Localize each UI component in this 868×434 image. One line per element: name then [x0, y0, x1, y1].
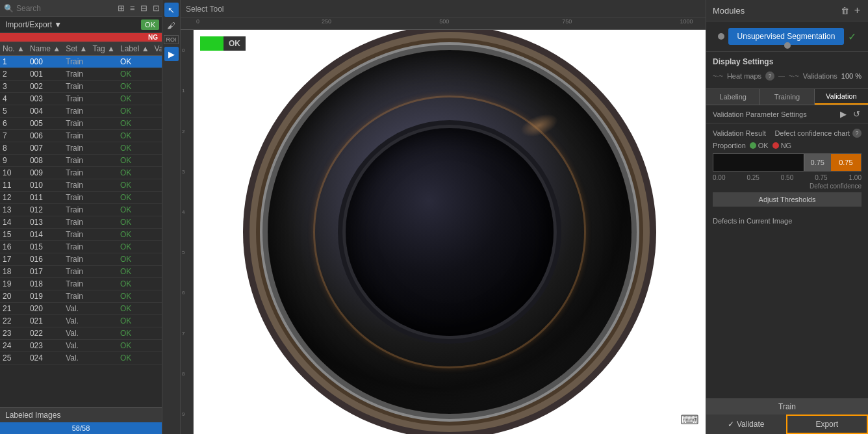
cell-set: Val.	[63, 340, 90, 352]
table-row[interactable]: 6 005 Train OK	[0, 118, 162, 130]
ruler-v-7: 7	[182, 330, 185, 336]
cell-name: 005	[27, 118, 63, 130]
tab-validation[interactable]: Validation	[815, 89, 868, 105]
ruler-h-750: 750	[562, 18, 572, 25]
cell-no: 25	[0, 352, 27, 364]
cell-name: 011	[27, 192, 63, 204]
table-row[interactable]: 5 004 Train OK	[0, 105, 162, 118]
tab-labeling[interactable]: Labeling	[706, 89, 760, 105]
export-button[interactable]: Export	[786, 415, 869, 434]
cell-set: Val.	[63, 352, 90, 364]
cell-label: OK	[118, 142, 152, 155]
play-param-button[interactable]: ▶	[839, 108, 848, 120]
cell-tag	[90, 192, 118, 204]
search-input[interactable]	[16, 4, 114, 13]
tabs-row: Labeling Training Validation	[706, 89, 868, 105]
cell-name: 018	[27, 278, 63, 290]
table-row[interactable]: 7 006 Train OK	[0, 130, 162, 142]
table-row[interactable]: 21 020 Val. OK	[0, 303, 162, 315]
list-icon[interactable]: ≡	[129, 3, 136, 14]
table-row[interactable]: 11 010 Train OK	[0, 179, 162, 192]
table-row[interactable]: 22 021 Val. OK	[0, 315, 162, 327]
export-icon[interactable]: ⊡	[151, 3, 161, 14]
table-row[interactable]: 14 013 Train OK	[0, 216, 162, 229]
reset-param-button[interactable]: ↺	[852, 108, 862, 120]
table-row[interactable]: 10 009 Train OK	[0, 167, 162, 179]
cell-no: 24	[0, 340, 27, 352]
cell-no: 22	[0, 315, 27, 327]
cell-tag	[90, 216, 118, 229]
import-export-button[interactable]: Import/Export ▼	[0, 17, 162, 32]
cell-val	[152, 327, 162, 340]
delete-module-button[interactable]: 🗑	[839, 4, 850, 17]
roi-label[interactable]: ROI	[164, 35, 178, 44]
ng-legend: NG	[772, 142, 792, 149]
cell-tag	[90, 155, 118, 167]
move-tool-button[interactable]: ▶	[164, 47, 179, 61]
cell-label: OK	[118, 105, 152, 118]
cell-set: Train	[63, 130, 90, 142]
table-row[interactable]: 1 000 Train OK	[0, 56, 162, 68]
table-row[interactable]: 25 024 Val. OK	[0, 352, 162, 364]
scale-100: 1.00	[849, 174, 862, 181]
heat-maps-row: ~·~ Heat maps ? ~·~ Validations 100 %	[713, 71, 862, 81]
cell-name: 003	[27, 93, 63, 105]
cell-name: 012	[27, 204, 63, 216]
validate-label: Validate	[737, 420, 764, 429]
table-row[interactable]: 17 016 Train OK	[0, 253, 162, 266]
cell-label: OK	[118, 278, 152, 290]
cell-set: Train	[63, 241, 90, 253]
validations-label: Validations	[803, 72, 837, 80]
table-row[interactable]: 4 003 Train OK	[0, 93, 162, 105]
table-row[interactable]: 19 018 Train OK	[0, 278, 162, 290]
columns-icon[interactable]: ⊟	[139, 3, 149, 14]
cell-no: 19	[0, 278, 27, 290]
grid-icon[interactable]: ⊞	[116, 3, 126, 14]
validation-params: Validation Parameter Settings ▶ ↺	[706, 105, 868, 123]
cell-label: OK	[118, 352, 152, 364]
defects-header: Defects in Current Image	[713, 217, 862, 225]
table-row[interactable]: 15 014 Train OK	[0, 229, 162, 241]
table-row[interactable]: 3 002 Train OK	[0, 81, 162, 93]
count-bar: 58/58	[0, 422, 162, 434]
cell-no: 17	[0, 253, 27, 266]
table-row[interactable]: 9 008 Train OK	[0, 155, 162, 167]
cell-val	[152, 229, 162, 241]
table-row[interactable]: 24 023 Val. OK	[0, 340, 162, 352]
ds-divider	[778, 76, 785, 77]
validate-button[interactable]: ✓ Validate	[706, 415, 786, 434]
table-row[interactable]: 2 001 Train OK	[0, 68, 162, 81]
pointer-tool-button[interactable]: ↖	[164, 3, 179, 17]
add-module-button[interactable]: +	[853, 4, 862, 17]
keyboard-icon[interactable]: ⌨	[680, 412, 699, 428]
cell-label: OK	[118, 155, 152, 167]
cell-name: 001	[27, 68, 63, 81]
paint-tool-button[interactable]: 🖌	[164, 18, 179, 32]
table-row[interactable]: 18 017 Train OK	[0, 266, 162, 278]
table-row[interactable]: 20 019 Train OK	[0, 290, 162, 303]
cell-val	[152, 118, 162, 130]
cell-label: OK	[118, 290, 152, 303]
col-no: No. ▲	[0, 42, 27, 56]
ok-confirm-button[interactable]: OK	[141, 19, 159, 30]
adjust-thresholds-button[interactable]: Adjust Thresholds	[713, 192, 862, 207]
check-icon: ✓	[848, 31, 856, 43]
cell-name: 007	[27, 142, 63, 155]
cell-val	[152, 179, 162, 192]
table-row[interactable]: 8 007 Train OK	[0, 142, 162, 155]
cell-no: 13	[0, 204, 27, 216]
cell-set: Train	[63, 253, 90, 266]
table-row[interactable]: 23 022 Val. OK	[0, 327, 162, 340]
cell-no: 16	[0, 241, 27, 253]
table-row[interactable]: 16 015 Train OK	[0, 241, 162, 253]
cell-name: 002	[27, 81, 63, 93]
cell-label: OK	[118, 179, 152, 192]
cell-val	[152, 266, 162, 278]
table-row[interactable]: 12 011 Train OK	[0, 192, 162, 204]
tab-training[interactable]: Training	[760, 89, 814, 105]
table-row[interactable]: 13 012 Train OK	[0, 204, 162, 216]
cell-val	[152, 216, 162, 229]
export-label: Export	[815, 420, 838, 429]
cell-tag	[90, 56, 118, 68]
cell-label: OK	[118, 93, 152, 105]
